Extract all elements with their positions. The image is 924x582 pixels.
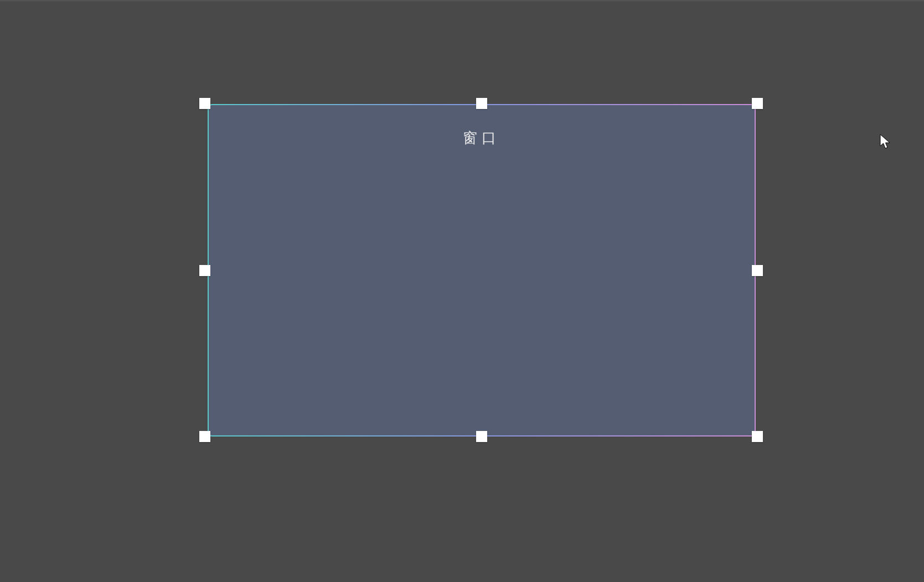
resize-handle-w[interactable] (199, 265, 210, 276)
resize-handle-s[interactable] (476, 431, 487, 442)
panel-title: 窗口 (463, 128, 500, 148)
resize-handle-se[interactable] (752, 431, 763, 442)
resize-handle-n[interactable] (476, 98, 487, 109)
resize-handle-e[interactable] (752, 265, 763, 276)
resize-handle-sw[interactable] (199, 431, 210, 442)
resize-handle-ne[interactable] (752, 98, 763, 109)
editor-top-edge (0, 0, 924, 2)
resize-handle-nw[interactable] (199, 98, 210, 109)
cursor-arrow-icon (880, 134, 891, 149)
window-panel[interactable]: 窗口 (208, 104, 756, 436)
